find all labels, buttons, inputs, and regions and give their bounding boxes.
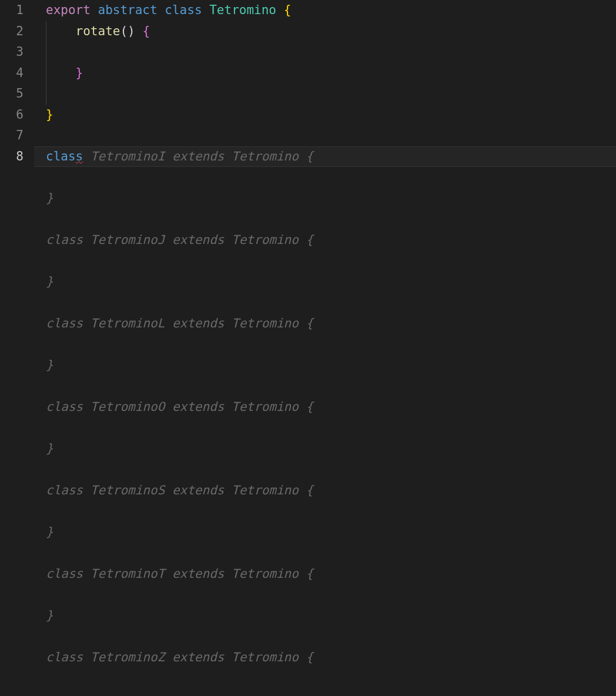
ghost-line — [46, 250, 616, 272]
code-line[interactable]: } — [46, 105, 616, 126]
ghost-line: class TetrominoS extends Tetromino { — [46, 480, 616, 501]
keyword-class: class — [165, 3, 202, 17]
ghost-line: } — [46, 439, 616, 460]
ghost-line — [46, 209, 616, 230]
line-number: 1 — [0, 0, 34, 21]
ghost-line — [46, 334, 616, 355]
ghost-line: class TetrominoJ extends Tetromino { — [46, 230, 616, 251]
ghost-suggestion: TetrominoI extends Tetromino { — [83, 149, 313, 163]
ghost-line — [46, 459, 616, 480]
ghost-line: } — [46, 272, 616, 293]
brace-close: } — [46, 108, 53, 122]
code-line[interactable] — [46, 125, 616, 146]
brace-open: { — [284, 3, 292, 17]
method-name: rotate — [76, 24, 120, 38]
ghost-line: } — [46, 188, 616, 209]
brace-close: } — [76, 66, 83, 80]
line-number: 7 — [0, 125, 34, 146]
line-number: 2 — [0, 21, 34, 42]
ghost-line: class TetrominoZ extends Tetromino { — [46, 647, 616, 668]
code-line[interactable] — [46, 42, 616, 63]
ghost-line — [46, 376, 616, 397]
ghost-line: class TetrominoT extends Tetromino { — [46, 564, 616, 585]
code-line[interactable]: export abstract class Tetromino { — [46, 0, 616, 21]
ghost-line — [46, 167, 616, 188]
ghost-line: } — [46, 605, 616, 627]
code-area[interactable]: export abstract class Tetromino { rotate… — [34, 0, 616, 696]
classname: Tetromino — [209, 3, 276, 17]
code-line[interactable] — [46, 83, 616, 105]
keyword-export: export — [46, 3, 91, 17]
code-line[interactable]: rotate() { — [46, 21, 616, 42]
keyword-abstract: abstract — [98, 3, 158, 17]
ghost-line — [46, 543, 616, 564]
ghost-line: class TetrominoO extends Tetromino { — [46, 397, 616, 418]
ghost-line — [46, 584, 616, 605]
line-number: 3 — [0, 42, 34, 63]
code-line-current[interactable]: class TetrominoI extends Tetromino { — [34, 146, 616, 168]
line-number: 6 — [0, 105, 34, 126]
code-line[interactable]: } — [46, 63, 616, 84]
line-number: 8 — [0, 146, 34, 168]
brace-open: { — [142, 24, 150, 38]
parens: () — [120, 24, 135, 38]
ghost-line — [46, 626, 616, 647]
ghost-line: } — [46, 355, 616, 376]
error-squiggle: s — [76, 149, 83, 163]
typed-class-keyword: class — [46, 149, 83, 163]
ghost-line — [46, 292, 616, 313]
line-number-gutter: 1 2 3 4 5 6 7 8 — [0, 0, 34, 696]
line-number: 4 — [0, 63, 34, 84]
line-number: 5 — [0, 83, 34, 105]
ghost-line: } — [46, 522, 616, 543]
ghost-line — [46, 417, 616, 439]
ghost-line: class TetrominoL extends Tetromino { — [46, 313, 616, 334]
ghost-line — [46, 501, 616, 522]
code-editor[interactable]: 1 2 3 4 5 6 7 8 export abstract class Te… — [0, 0, 616, 696]
